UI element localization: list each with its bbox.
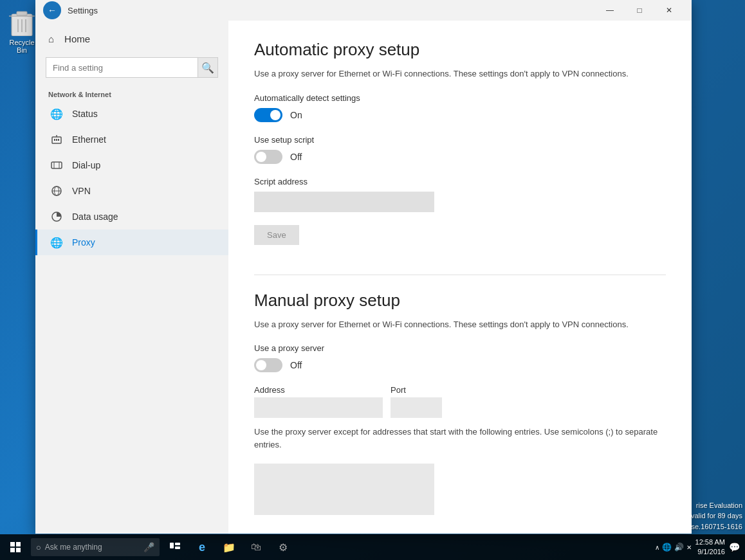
- sidebar-label-vpn: VPN: [72, 186, 91, 196]
- auto-detect-state: On: [290, 110, 302, 120]
- task-view-button[interactable]: [162, 534, 188, 560]
- auto-detect-toggle-knob: [270, 110, 281, 120]
- notification-icon[interactable]: 💬: [729, 542, 740, 552]
- script-address-setting: Script address: [254, 177, 666, 212]
- setup-script-label: Use setup script: [254, 135, 666, 145]
- svg-rect-21: [16, 548, 21, 552]
- network-icon[interactable]: 🌐: [662, 543, 672, 552]
- manual-proxy-title: Manual proxy setup: [254, 291, 666, 311]
- close-button[interactable]: ✕: [654, 0, 684, 21]
- edge-icon: e: [199, 541, 205, 554]
- auto-detect-toggle-row: On: [254, 108, 666, 122]
- svg-rect-7: [54, 139, 55, 141]
- use-proxy-toggle-row: Off: [254, 358, 666, 372]
- volume-icon[interactable]: 🔊: [674, 543, 684, 552]
- start-button[interactable]: [0, 534, 31, 560]
- section-label: Network & Internet: [35, 83, 228, 101]
- manual-proxy-description: Use a proxy server for Ethernet or Wi-Fi…: [254, 318, 666, 331]
- taskbar-clock[interactable]: 12:58 AM 9/1/2016: [695, 537, 725, 557]
- port-label: Port: [391, 385, 442, 395]
- taskbar: ○ Ask me anything 🎤 e 📁 🛍 ⚙: [0, 534, 745, 560]
- main-content: Automatic proxy setup Use a proxy server…: [228, 21, 692, 534]
- setup-script-toggle-knob: [256, 152, 266, 162]
- clock-date: 9/1/2016: [695, 547, 725, 557]
- sidebar-item-status[interactable]: 🌐 Status: [35, 101, 228, 127]
- window-body: ⌂ Home 🔍 Network & Internet 🌐 Status: [35, 21, 692, 534]
- sidebar-item-dialup[interactable]: Dial-up: [35, 152, 228, 178]
- search-input[interactable]: [46, 57, 218, 78]
- save-button[interactable]: Save: [254, 225, 299, 245]
- settings-window: ← Settings — □ ✕ ⌂ Home 🔍 Network & I: [35, 0, 692, 534]
- sidebar-label-ethernet: Ethernet: [72, 134, 106, 145]
- setup-script-state: Off: [290, 152, 302, 162]
- chevron-icon[interactable]: ∧: [655, 544, 659, 551]
- svg-rect-19: [16, 542, 21, 546]
- script-address-label: Script address: [254, 177, 666, 186]
- address-group: Address: [254, 385, 383, 418]
- maximize-button[interactable]: □: [625, 0, 654, 21]
- sidebar: ⌂ Home 🔍 Network & Internet 🌐 Status: [35, 21, 228, 534]
- recycle-bin-label: Recycle Bin: [5, 39, 39, 54]
- svg-rect-1: [17, 12, 27, 15]
- port-input[interactable]: [391, 397, 442, 418]
- desktop: Recycle Bin rise Evaluation Windows Lice…: [0, 0, 745, 560]
- svg-rect-24: [175, 546, 180, 549]
- taskbar-apps: e 📁 🛍 ⚙: [162, 534, 296, 560]
- svg-rect-23: [175, 543, 180, 545]
- sidebar-item-ethernet[interactable]: Ethernet: [35, 127, 228, 152]
- address-input[interactable]: [254, 397, 383, 418]
- sidebar-label-status: Status: [72, 109, 98, 119]
- sidebar-item-proxy[interactable]: 🌐 Proxy: [35, 230, 228, 255]
- settings-taskbar-icon: ⚙: [279, 541, 288, 554]
- auto-proxy-description: Use a proxy server for Ethernet or Wi-Fi…: [254, 68, 666, 80]
- vpn-icon: [50, 185, 63, 197]
- auto-detect-toggle[interactable]: [254, 108, 282, 122]
- svg-rect-20: [10, 548, 15, 552]
- system-tray: ∧ 🌐 🔊 ✕: [655, 543, 692, 552]
- back-button[interactable]: ←: [43, 1, 61, 19]
- search-circle-icon: ○: [36, 543, 41, 552]
- use-proxy-toggle-knob: [256, 360, 266, 370]
- script-address-input[interactable]: [254, 192, 434, 212]
- file-explorer-icon: 📁: [223, 541, 235, 554]
- mute-icon[interactable]: ✕: [686, 544, 692, 551]
- search-button[interactable]: 🔍: [198, 57, 218, 78]
- use-proxy-state: Off: [290, 360, 302, 370]
- section-divider: [254, 275, 666, 275]
- use-proxy-setting: Use a proxy server Off: [254, 343, 666, 372]
- use-proxy-label: Use a proxy server: [254, 343, 666, 353]
- sidebar-item-vpn[interactable]: VPN: [35, 178, 228, 204]
- data-usage-icon: [50, 210, 63, 223]
- svg-rect-11: [51, 162, 62, 168]
- right-panel: [688, 0, 745, 534]
- file-explorer-button[interactable]: 📁: [216, 534, 242, 560]
- status-icon: 🌐: [50, 107, 63, 120]
- svg-rect-8: [56, 139, 57, 141]
- sidebar-item-home[interactable]: ⌂ Home: [35, 26, 228, 52]
- use-proxy-toggle[interactable]: [254, 358, 282, 372]
- address-port-row: Address Port: [254, 385, 666, 418]
- taskbar-search[interactable]: ○ Ask me anything 🎤: [31, 538, 160, 556]
- svg-rect-22: [170, 543, 174, 548]
- dialup-icon: [50, 159, 63, 172]
- search-box: 🔍: [46, 57, 218, 78]
- auto-detect-setting: Automatically detect settings On: [254, 93, 666, 122]
- clock-time: 12:58 AM: [695, 537, 725, 547]
- port-group: Port: [391, 385, 442, 418]
- exceptions-textarea[interactable]: [254, 464, 434, 515]
- taskbar-search-label: Ask me anything: [45, 543, 102, 552]
- svg-rect-18: [10, 542, 15, 546]
- minimize-button[interactable]: —: [595, 0, 625, 21]
- window-controls: — □ ✕: [595, 0, 684, 21]
- sidebar-item-data-usage[interactable]: Data usage: [35, 204, 228, 230]
- edge-button[interactable]: e: [189, 534, 215, 560]
- title-bar: ← Settings — □ ✕: [35, 0, 692, 21]
- store-button[interactable]: 🛍: [243, 534, 269, 560]
- settings-button[interactable]: ⚙: [270, 534, 296, 560]
- recycle-bin-icon[interactable]: Recycle Bin: [5, 8, 39, 54]
- sidebar-label-dialup: Dial-up: [72, 160, 100, 170]
- auto-detect-label: Automatically detect settings: [254, 93, 666, 103]
- proxy-icon: 🌐: [50, 236, 63, 249]
- setup-script-toggle[interactable]: [254, 150, 282, 164]
- setup-script-setting: Use setup script Off: [254, 135, 666, 164]
